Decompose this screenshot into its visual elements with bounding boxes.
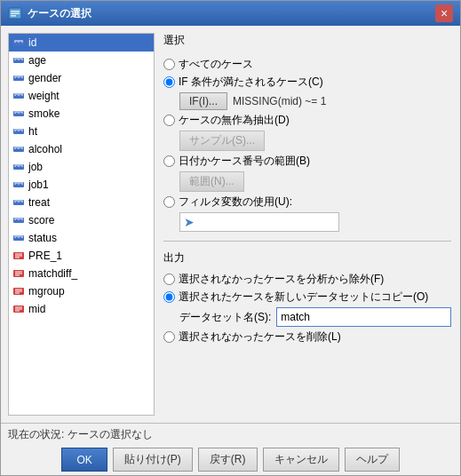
cancel-button[interactable]: キャンセル (263, 448, 339, 472)
if-condition-label[interactable]: IF 条件が満たされるケース(C) (179, 75, 323, 90)
status-bar: 現在の状況: ケースの選択なし (8, 427, 453, 442)
missing-text: MISSING(mid) ~= 1 (233, 95, 326, 107)
var-type-icon (12, 36, 25, 49)
var-label-smoke: smoke (28, 107, 60, 120)
reset-button[interactable]: 戻す(R) (198, 448, 258, 472)
copy-selected-row: 選択されたケースを新しいデータセットにコピー(O) (163, 290, 451, 305)
random-sample-row: ケースの無作為抽出(D) (163, 113, 451, 128)
var-item-ht[interactable]: ht (9, 123, 154, 140)
var-item-smoke[interactable]: smoke (9, 105, 154, 123)
var-item-score[interactable]: score (9, 211, 154, 229)
var-item-treat[interactable]: treat (9, 194, 154, 211)
var-item-status[interactable]: status (9, 229, 154, 247)
if-condition-row: IF 条件が満たされるケース(C) (163, 75, 451, 90)
dataset-name-row: データセット名(S): (179, 307, 451, 327)
help-button[interactable]: ヘルプ (345, 448, 400, 472)
if-button[interactable]: IF(I)... (179, 92, 227, 110)
filter-var-row: フィルタ変数の使用(U): (163, 194, 451, 210)
exclude-unselected-label[interactable]: 選択されなかったケースを分析から除外(F) (179, 272, 384, 287)
paste-button[interactable]: 貼り付け(P) (113, 448, 193, 472)
dialog-body: id age gender weight (1, 26, 460, 423)
all-cases-radio[interactable] (163, 59, 175, 70)
var-item-age[interactable]: age (9, 52, 154, 69)
var-label-gender: gender (28, 72, 61, 84)
if-button-row: IF(I)... MISSING(mid) ~= 1 (179, 92, 451, 110)
filter-arrow-row: ➤ (179, 212, 451, 232)
delete-unselected-label[interactable]: 選択されなかったケースを削除(L) (179, 329, 341, 345)
svg-rect-2 (11, 13, 20, 15)
selection-label: 選択 (163, 33, 451, 48)
variable-list[interactable]: id age gender weight (8, 33, 155, 416)
var-item-weight[interactable]: weight (9, 87, 154, 105)
filter-var-label[interactable]: フィルタ変数の使用(U): (179, 194, 292, 210)
footer: 現在の状況: ケースの選択なし OK 貼り付け(P) 戻す(R) キャンセル ヘ… (1, 423, 460, 475)
var-label-job1: job1 (28, 178, 49, 191)
all-cases-label[interactable]: すべてのケース (179, 57, 253, 72)
exclude-unselected-radio[interactable] (163, 274, 175, 285)
var-type-icon (12, 285, 25, 298)
sample-button-row: サンプル(S)... (179, 131, 451, 151)
exclude-unselected-row: 選択されなかったケースを分析から除外(F) (163, 272, 451, 287)
date-range-label[interactable]: 日付かケース番号の範囲(B) (179, 154, 310, 169)
selection-radio-group: すべてのケース IF 条件が満たされるケース(C) IF(I)... MISSI… (163, 57, 451, 232)
date-range-radio[interactable] (163, 155, 175, 167)
var-label-status: status (28, 232, 57, 244)
var-type-icon (12, 214, 25, 226)
copy-selected-label[interactable]: 選択されたケースを新しいデータセットにコピー(O) (179, 290, 428, 305)
delete-unselected-row: 選択されなかったケースを削除(L) (163, 329, 451, 345)
var-type-icon (12, 107, 25, 120)
close-button[interactable]: × (435, 4, 453, 22)
svg-rect-3 (11, 15, 16, 17)
var-type-icon (12, 143, 25, 155)
title-bar: ケースの選択 × (1, 1, 460, 26)
var-type-icon (12, 161, 25, 173)
footer-buttons: OK 貼り付け(P) 戻す(R) キャンセル ヘルプ (8, 448, 453, 472)
var-type-icon (12, 54, 25, 67)
copy-selected-radio[interactable] (163, 291, 175, 303)
var-item-PRE_1[interactable]: PRE_1 (9, 247, 154, 265)
section-divider (163, 241, 451, 242)
var-label-mgroup: mgroup (28, 285, 65, 298)
random-sample-label[interactable]: ケースの無作為抽出(D) (179, 113, 290, 128)
var-item-matchdiff_[interactable]: matchdiff_ (9, 265, 154, 282)
var-type-icon (12, 196, 25, 209)
dataset-name-input[interactable] (276, 307, 451, 327)
ok-button[interactable]: OK (61, 448, 107, 472)
sample-button: サンプル(S)... (179, 131, 265, 151)
var-label-PRE_1: PRE_1 (28, 250, 62, 262)
var-item-job1[interactable]: job1 (9, 176, 154, 194)
filter-var-radio[interactable] (163, 196, 175, 208)
var-label-matchdiff_: matchdiff_ (28, 267, 77, 280)
var-type-icon (12, 232, 25, 244)
var-label-score: score (28, 214, 54, 226)
output-section: 出力 選択されなかったケースを分析から除外(F) 選択されたケースを新しいデータ… (163, 250, 451, 345)
var-item-mgroup[interactable]: mgroup (9, 282, 154, 300)
if-condition-radio[interactable] (163, 76, 175, 88)
var-label-treat: treat (28, 196, 50, 209)
var-type-icon (12, 178, 25, 191)
date-range-row: 日付かケース番号の範囲(B) (163, 154, 451, 169)
var-type-icon (12, 90, 25, 102)
var-label-mid: mid (28, 303, 45, 315)
filter-var-input-box[interactable]: ➤ (179, 212, 339, 232)
var-item-mid[interactable]: mid (9, 300, 154, 318)
var-label-id: id (28, 36, 36, 49)
var-item-gender[interactable]: gender (9, 69, 154, 87)
delete-unselected-radio[interactable] (163, 331, 175, 343)
var-label-job: job (28, 161, 43, 173)
case-selection-dialog: ケースの選択 × id age (0, 0, 461, 476)
var-type-icon (12, 267, 25, 280)
var-item-id[interactable]: id (9, 34, 154, 52)
var-item-job[interactable]: job (9, 158, 154, 176)
random-sample-radio[interactable] (163, 115, 175, 126)
dataset-name-label: データセット名(S): (179, 310, 271, 325)
arrow-icon: ➤ (184, 215, 195, 229)
var-type-icon (12, 303, 25, 315)
var-label-weight: weight (28, 90, 60, 102)
all-cases-row: すべてのケース (163, 57, 451, 72)
right-panel: 選択 すべてのケース IF 条件が満たされるケース(C) IF(I)... MI… (155, 26, 460, 423)
var-type-icon (12, 125, 25, 138)
var-item-alcohol[interactable]: alcohol (9, 140, 154, 158)
var-label-alcohol: alcohol (28, 143, 62, 155)
svg-rect-1 (11, 11, 20, 12)
